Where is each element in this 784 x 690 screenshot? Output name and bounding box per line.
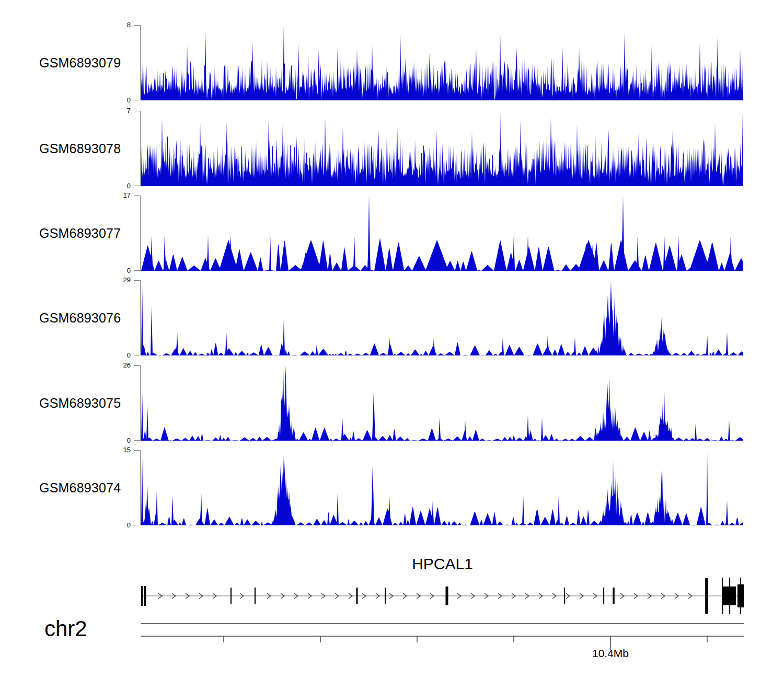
gene-model-track bbox=[141, 574, 753, 620]
y-axis-line bbox=[140, 365, 141, 441]
y-axis-zero-tick bbox=[134, 525, 141, 525]
y-zero-label: 0 bbox=[103, 351, 131, 360]
y-axis-top-tick bbox=[134, 365, 141, 366]
y-axis-top-tick bbox=[134, 280, 141, 281]
y-axis-line bbox=[140, 196, 141, 271]
y-max-label: 29 bbox=[103, 276, 131, 284]
track-label: GSM6893074 bbox=[39, 480, 121, 496]
y-max-label: 15 bbox=[103, 446, 131, 454]
y-max-label: 8 bbox=[103, 21, 131, 29]
track-label: GSM6893075 bbox=[39, 395, 121, 411]
y-axis-zero-tick bbox=[134, 355, 141, 355]
signal-plot-GSM6893077 bbox=[141, 196, 744, 271]
y-zero-label: 0 bbox=[103, 521, 131, 530]
y-axis-top-tick bbox=[134, 450, 141, 451]
track-label: GSM6893076 bbox=[39, 310, 121, 326]
gene-name-label: HPCAL1 bbox=[141, 555, 744, 573]
y-zero-label: 0 bbox=[103, 436, 131, 445]
signal-plot-GSM6893079 bbox=[141, 25, 744, 100]
signal-plot-GSM6893078 bbox=[141, 111, 744, 186]
signal-plot-GSM6893074 bbox=[141, 450, 744, 525]
y-axis-line bbox=[140, 25, 141, 100]
chromosome-label: chr2 bbox=[44, 617, 87, 641]
y-axis-top-tick bbox=[134, 196, 141, 196]
genome-axis-track bbox=[141, 619, 753, 661]
y-axis-top-tick bbox=[134, 111, 141, 111]
signal-plot-GSM6893075 bbox=[141, 365, 744, 441]
track-label: GSM6893078 bbox=[39, 141, 121, 156]
y-zero-label: 0 bbox=[103, 96, 131, 105]
y-axis-line bbox=[140, 450, 141, 525]
y-max-label: 7 bbox=[103, 107, 131, 115]
y-axis-zero-tick bbox=[134, 186, 141, 186]
y-axis-line bbox=[140, 280, 141, 355]
y-axis-zero-tick bbox=[134, 270, 141, 271]
y-axis-line bbox=[140, 111, 141, 186]
track-label: GSM6893077 bbox=[39, 225, 121, 241]
track-label: GSM6893079 bbox=[39, 55, 121, 71]
position-tick-label: 10.4Mb bbox=[569, 647, 652, 660]
y-zero-label: 0 bbox=[103, 182, 131, 190]
y-zero-label: 0 bbox=[103, 267, 131, 275]
genome-browser-figure: GSM689307980GSM689307870GSM6893077170GSM… bbox=[0, 0, 784, 690]
y-max-label: 26 bbox=[103, 361, 131, 370]
y-max-label: 17 bbox=[103, 191, 131, 200]
y-axis-zero-tick bbox=[134, 100, 141, 100]
signal-plot-GSM6893076 bbox=[141, 280, 744, 355]
y-axis-zero-tick bbox=[134, 440, 141, 441]
y-axis-top-tick bbox=[134, 25, 141, 26]
